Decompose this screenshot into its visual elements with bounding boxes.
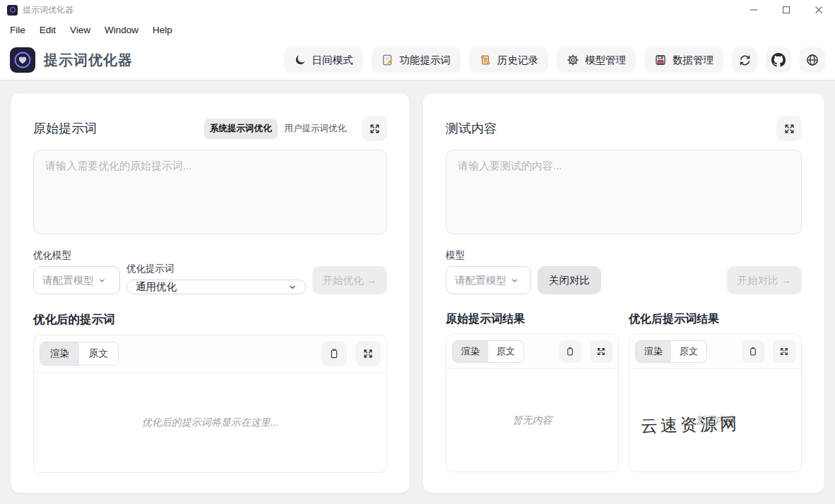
result-expand-button[interactable]	[355, 341, 381, 366]
compare-results-row: 原始提示词结果 渲染 原文	[446, 294, 802, 472]
function-prompts-button[interactable]: 功能提示词	[372, 47, 461, 73]
test-model-label: 模型	[446, 249, 531, 262]
prompt-panel-title: 原始提示词	[33, 120, 97, 137]
test-model-select[interactable]: 请配置模型	[446, 266, 531, 294]
view-tab-group: 渲染 原文	[452, 340, 524, 363]
optimized-prompt-panel: 渲染 原文	[33, 335, 387, 473]
tab-source[interactable]: 原文	[79, 342, 118, 365]
expand-icon	[596, 347, 606, 356]
copy-button[interactable]	[559, 340, 581, 363]
prompt-panel: 原始提示词 系统提示词优化 用户提示词优化 优化模型 请配置模型	[10, 92, 410, 493]
menubar: File Edit View Window Help	[0, 20, 835, 40]
close-icon	[815, 6, 823, 14]
optimize-template-select[interactable]: 通用优化	[126, 280, 306, 294]
maximize-icon	[782, 6, 790, 14]
view-tab-group: 渲染 原文	[40, 342, 119, 366]
optimize-model-select[interactable]: 请配置模型	[33, 266, 120, 294]
optimize-model-label: 优化模型	[33, 249, 120, 262]
data-manager-button[interactable]: 数据管理	[644, 47, 723, 73]
github-button[interactable]	[766, 47, 791, 73]
tab-render[interactable]: 渲染	[40, 342, 79, 365]
system-prompt-mode-tab[interactable]: 系统提示词优化	[204, 119, 278, 139]
optimized-result-content: 暂无内容	[629, 369, 801, 472]
maximize-button[interactable]	[770, 0, 803, 20]
tab-render[interactable]: 渲染	[453, 341, 488, 362]
scroll-icon	[479, 54, 492, 66]
copy-button[interactable]	[321, 341, 347, 366]
optimized-result-title: 优化后提示词结果	[629, 312, 802, 327]
header-nav: 日间模式 功能提示词 历史记录 模型管理	[284, 47, 826, 73]
menu-view[interactable]: View	[63, 22, 97, 38]
test-controls: 模型 请配置模型 关闭对比 开始对比 →	[446, 249, 802, 294]
model-manager-button[interactable]: 模型管理	[557, 47, 636, 73]
history-button[interactable]: 历史记录	[469, 47, 548, 73]
clipboard-icon	[565, 346, 575, 357]
expand-icon	[779, 347, 789, 356]
test-panel-header: 测试内容	[446, 116, 802, 141]
expand-icon	[362, 348, 374, 359]
app-logo	[10, 47, 35, 73]
heart-logo-icon	[10, 47, 35, 73]
test-expand-button[interactable]	[776, 116, 802, 141]
chevron-down-icon	[288, 283, 297, 292]
tab-source[interactable]: 原文	[488, 341, 523, 362]
minimize-button[interactable]	[738, 0, 770, 20]
gear-icon	[567, 54, 579, 66]
page-title: 提示词优化器	[44, 51, 133, 70]
menu-edit[interactable]: Edit	[32, 22, 63, 38]
sync-button[interactable]	[732, 47, 757, 73]
window-controls	[738, 0, 835, 20]
tab-source[interactable]: 原文	[671, 341, 706, 362]
memo-icon	[381, 54, 394, 66]
expand-icon	[369, 123, 381, 135]
start-compare-button[interactable]: 开始对比 →	[727, 266, 802, 294]
theme-toggle-button[interactable]: 日间模式	[284, 47, 363, 73]
menu-window[interactable]: Window	[97, 22, 146, 38]
optimized-result-column: 优化后提示词结果 渲染 原文	[629, 294, 802, 472]
original-result-panel: 渲染 原文	[446, 334, 619, 472]
function-prompts-label: 功能提示词	[400, 54, 451, 67]
chevron-down-icon	[511, 277, 519, 284]
optimize-controls: 优化模型 请配置模型 优化提示词 通用优化 开始优化 →	[33, 249, 387, 294]
optimized-prompt-placeholder: 优化后的提示词将显示在这里...	[142, 416, 279, 429]
close-button[interactable]	[803, 0, 835, 20]
history-label: 历史记录	[497, 54, 538, 67]
original-result-toolbar: 渲染 原文	[446, 335, 618, 369]
original-prompt-input[interactable]	[33, 150, 387, 234]
language-button[interactable]	[800, 47, 825, 73]
optimize-template-field: 优化提示词 通用优化	[126, 263, 306, 294]
menu-file[interactable]: File	[3, 22, 32, 38]
optimized-prompt-title: 优化后的提示词	[33, 312, 387, 328]
start-optimize-button[interactable]: 开始优化 →	[312, 266, 387, 294]
test-model-field: 模型 请配置模型	[446, 249, 531, 294]
toggle-compare-button[interactable]: 关闭对比	[538, 266, 601, 294]
test-panel-title: 测试内容	[446, 120, 497, 137]
result-expand-button[interactable]	[773, 340, 795, 363]
data-manager-label: 数据管理	[673, 54, 713, 67]
expand-icon	[783, 123, 795, 135]
copy-button[interactable]	[742, 340, 764, 363]
tab-render[interactable]: 渲染	[636, 341, 671, 362]
prompt-expand-button[interactable]	[362, 116, 387, 141]
toolbar-actions	[742, 340, 795, 363]
original-result-placeholder: 暂无内容	[513, 414, 552, 427]
optimized-prompt-content: 优化后的提示词将显示在这里...	[34, 373, 386, 472]
test-content-input[interactable]	[446, 150, 802, 234]
github-icon	[771, 53, 786, 67]
optimize-model-field: 优化模型 请配置模型	[33, 249, 120, 294]
result-expand-button[interactable]	[590, 340, 612, 363]
toolbar-actions	[321, 341, 381, 366]
model-manager-label: 模型管理	[585, 54, 626, 67]
user-prompt-mode-tab[interactable]: 用户提示词优化	[279, 119, 353, 139]
globe-icon	[805, 53, 819, 67]
optimize-mode-toggle: 系统提示词优化 用户提示词优化	[204, 119, 352, 139]
optimized-result-toolbar: 渲染 原文	[629, 335, 801, 369]
moon-icon	[294, 54, 307, 66]
original-result-title: 原始提示词结果	[446, 312, 619, 327]
menu-help[interactable]: Help	[146, 22, 179, 38]
main-content: 原始提示词 系统提示词优化 用户提示词优化 优化模型 请配置模型	[0, 80, 835, 503]
floppy-disk-icon	[654, 54, 667, 66]
optimize-template-label: 优化提示词	[126, 263, 306, 275]
optimized-result-panel: 渲染 原文	[629, 334, 802, 472]
toolbar-actions	[559, 340, 612, 363]
